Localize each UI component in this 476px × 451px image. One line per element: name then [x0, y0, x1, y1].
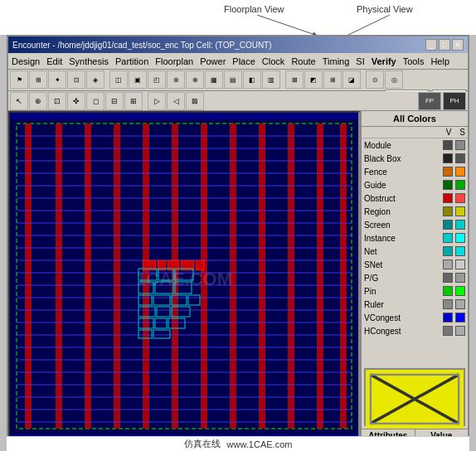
color-row-vcongest: VCongest	[362, 311, 468, 324]
color-row-screen: Screen	[362, 218, 468, 231]
color-label-instance: Instance	[364, 234, 440, 243]
color-label-net: Net	[364, 247, 440, 256]
menu-clock[interactable]: Clock	[262, 56, 285, 66]
main-content: 1CAE.COM All Colors V S Module Black Box	[8, 111, 468, 443]
toolbar2-btn-8[interactable]: ▷	[148, 92, 166, 110]
color-row-net: Net	[362, 245, 468, 258]
toolbar2-btn-5[interactable]: ◻	[86, 92, 104, 110]
ic-drawing: 1CAE.COM	[10, 113, 358, 441]
color-label-blackbox: Black Box	[364, 154, 440, 163]
color-swatch-hcongest-s	[455, 326, 465, 336]
toolbar-btn-11[interactable]: ▦	[205, 70, 223, 89]
toolbar-btn-9[interactable]: ⊛	[167, 70, 185, 89]
toolbar-btn-8[interactable]: ◰	[148, 70, 166, 89]
toolbar2-btn-10[interactable]: ⊠	[186, 92, 204, 110]
toolbar-sep-3	[362, 71, 365, 88]
toolbar2-btn-7[interactable]: ⊞	[124, 92, 143, 110]
menu-help[interactable]: Help	[430, 56, 449, 66]
menu-timing[interactable]: Timing	[323, 56, 350, 66]
toolbar-btn-7[interactable]: ▣	[129, 70, 147, 89]
toolbar2-btn-3[interactable]: ⊡	[48, 92, 66, 110]
menu-si[interactable]: SI	[356, 56, 364, 66]
toolbar-btn-19[interactable]: ⊙	[366, 70, 384, 89]
color-swatch-pin-v	[443, 286, 453, 296]
color-swatch-module-s	[455, 140, 465, 150]
maximize-button[interactable]: □	[439, 39, 450, 51]
color-row-region: Region	[362, 205, 468, 218]
watermark-text-chinese: 仿真在线	[184, 438, 221, 450]
menu-edit[interactable]: Edit	[46, 56, 62, 66]
color-row-ruler: Ruler	[362, 298, 468, 311]
color-swatch-obstruct-s	[455, 193, 465, 203]
toolbar-btn-20[interactable]: ◎	[385, 70, 403, 89]
panel-header: All Colors	[362, 111, 468, 127]
svg-rect-5	[56, 124, 62, 429]
toolbar-btn-4[interactable]: ⊡	[67, 70, 85, 89]
color-swatch-pg-s	[455, 273, 465, 283]
toolbar-btn-17[interactable]: ⊞	[323, 70, 342, 89]
toolbar2-btn-2[interactable]: ⊕	[29, 92, 47, 110]
toolbar2-btn-6[interactable]: ⊟	[105, 92, 124, 110]
menu-tools[interactable]: Tools	[403, 56, 425, 66]
canvas-area[interactable]: 1CAE.COM	[8, 111, 360, 443]
color-swatch-obstruct-v	[443, 193, 453, 203]
color-row-fence: Fence	[362, 165, 468, 178]
toolbar-btn-10[interactable]: ⊕	[186, 70, 204, 89]
menu-route[interactable]: Route	[291, 56, 315, 66]
toolbar2-btn-4[interactable]: ✜	[67, 92, 85, 110]
toolbar-sep-2	[281, 71, 284, 88]
toolbar-btn-13[interactable]: ◧	[243, 70, 261, 89]
minimize-button[interactable]: _	[425, 39, 437, 51]
svg-line-0	[257, 15, 315, 35]
annotation-arrows	[0, 0, 476, 35]
color-row-pg: P/G	[362, 271, 468, 284]
color-label-screen: Screen	[364, 221, 440, 230]
menu-place[interactable]: Place	[232, 56, 255, 66]
color-swatch-region-v	[443, 206, 453, 216]
toolbar-btn-16[interactable]: ◩	[304, 70, 323, 89]
toolbar2-sep-1	[143, 93, 147, 109]
vs-v-label: V	[446, 128, 452, 137]
vs-s-label: S	[459, 128, 465, 137]
toolbar2-btn-1[interactable]: ↖	[10, 92, 28, 110]
toolbar2-btn-9[interactable]: ◁	[167, 92, 185, 110]
toolbar-btn-3[interactable]: ✦	[48, 70, 66, 89]
toolbar-btn-5[interactable]: ◈	[86, 70, 104, 89]
menu-floorplan[interactable]: Floorplan	[155, 56, 193, 66]
toolbar-btn-12[interactable]: ▤	[224, 70, 242, 89]
view-btn-floorplan[interactable]: FP	[418, 92, 441, 110]
color-swatch-module-v	[443, 140, 453, 150]
view-btn-physical[interactable]: PH	[443, 92, 466, 110]
svg-rect-12	[259, 124, 265, 429]
color-swatch-screen-v	[443, 220, 453, 230]
color-row-hcongest: HCongest	[362, 324, 468, 337]
color-label-hcongest: HCongest	[364, 327, 440, 336]
menu-partition[interactable]: Partition	[115, 56, 148, 66]
color-row-pin: Pin	[362, 284, 468, 298]
toolbar-btn-6[interactable]: ◫	[109, 70, 128, 89]
color-swatch-fence-s	[455, 167, 465, 177]
annotation-area: Floorplan View Physical View	[0, 0, 476, 35]
svg-rect-6	[85, 124, 91, 429]
close-button[interactable]: ✕	[452, 39, 464, 51]
color-swatch-pin-s	[455, 286, 465, 296]
color-swatch-screen-s	[455, 220, 465, 230]
svg-rect-15	[340, 124, 347, 429]
menu-synthesis[interactable]: Synthesis	[69, 56, 109, 66]
color-swatch-hcongest-v	[443, 326, 453, 336]
color-label-vcongest: VCongest	[364, 313, 440, 322]
toolbar-btn-15[interactable]: ⊠	[285, 70, 304, 89]
right-panel: All Colors V S Module Black Box F	[360, 111, 468, 443]
svg-rect-7	[114, 124, 120, 429]
toolbar-btn-14[interactable]: ▥	[262, 70, 280, 89]
menu-power[interactable]: Power	[200, 56, 226, 66]
color-swatch-instance-s	[455, 233, 465, 243]
color-row-obstruct: Obstruct	[362, 192, 468, 205]
menu-verify[interactable]: Verify	[372, 56, 396, 66]
toolbar-btn-2[interactable]: ⊞	[29, 70, 47, 89]
watermark-text-url: www.1CAE.com	[227, 439, 293, 449]
toolbar-btn-18[interactable]: ◪	[342, 70, 361, 89]
toolbar-btn-1[interactable]: ⚑	[10, 70, 28, 89]
menu-design[interactable]: Design	[12, 56, 40, 66]
color-swatch-blackbox-s	[455, 153, 465, 163]
